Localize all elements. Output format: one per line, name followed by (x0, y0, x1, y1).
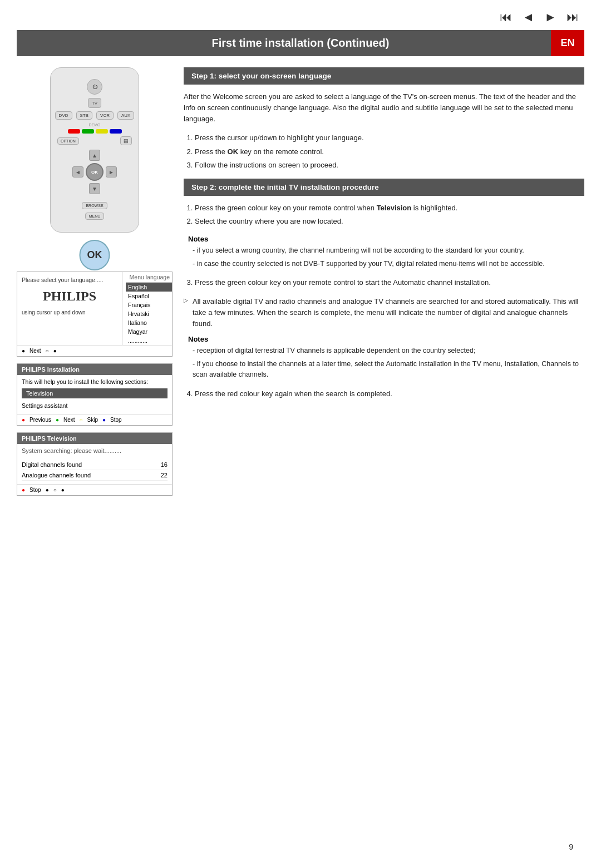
step1-list-item3: Follow the instructions on screen to pro… (195, 160, 584, 171)
dpad-down[interactable]: ▼ (89, 183, 100, 194)
step2-list-item3: Press the green colour key on your remot… (195, 277, 584, 288)
screen2-dot3: ○ (80, 417, 83, 423)
notes1-box: Notes - if you select a wrong country, t… (184, 235, 584, 269)
analogue-channels-value: 22 (161, 472, 168, 479)
lang-english[interactable]: English (126, 283, 172, 292)
step2-list-item4: Press the red colour key again when the … (195, 388, 584, 400)
demo-label: DEMO (57, 123, 132, 127)
step1-body: After the Welcome screen you are asked t… (184, 91, 584, 125)
lang-hrvatski[interactable]: Hrvatski (126, 309, 172, 318)
red-button[interactable] (68, 129, 80, 134)
step2-list3: Press the red colour key again when the … (184, 388, 584, 400)
lang-magyar[interactable]: Magyar (126, 327, 172, 336)
step2-bullet1: All available digital TV and radio chann… (184, 296, 584, 329)
page-header: First time installation (Continued) EN (17, 30, 584, 56)
lang-more: ............ (126, 336, 172, 345)
screen2-dot1: ● (22, 417, 25, 423)
skip-forward-icon[interactable]: ⏭ (566, 10, 579, 24)
screen3-stop-btn[interactable]: Stop (29, 487, 41, 493)
menu-language-header: Menu language (126, 272, 172, 283)
fast-forward-icon[interactable]: ► (544, 10, 556, 24)
notes1-title: Notes (188, 235, 584, 243)
screen1-next-btn[interactable]: Next (29, 348, 41, 354)
television-item[interactable]: Television (22, 388, 168, 398)
analogue-channels-row: Analogue channels found 22 (22, 470, 168, 481)
screen2-footer: ● Previous ● Next ○ Skip ● Stop (17, 414, 172, 425)
screen3-footer: ● Stop ● ○ ● (17, 484, 172, 495)
digital-channels-label: Digital channels found (22, 461, 82, 468)
rewind-icon[interactable]: ◄ (522, 10, 534, 24)
lang-francais[interactable]: Français (126, 300, 172, 309)
blue-button[interactable] (110, 129, 122, 134)
remote-illustration: ⏻ TV DVD STB VCR AUX DEMO (17, 67, 173, 255)
lang-italiano[interactable]: Italiano (126, 318, 172, 327)
notes2-title: Notes (188, 335, 584, 343)
screen2-dot4: ● (102, 417, 106, 423)
screen1-dot3: ● (53, 348, 57, 354)
digital-channels-value: 16 (161, 461, 168, 468)
step2-header: Step 2: complete the initial TV installa… (184, 179, 584, 196)
cursor-instruction: using cursor up and down (22, 309, 117, 315)
television-body: System searching: please wait.......... … (17, 444, 172, 484)
dpad-left[interactable]: ◄ (72, 166, 83, 177)
top-navigation: ⏮ ◄ ► ⏭ (0, 0, 601, 30)
tv-button[interactable]: TV (88, 98, 101, 108)
notes1-item2: - in case the country selected is not DV… (188, 259, 584, 269)
screen2-previous-btn[interactable]: Previous (29, 417, 51, 423)
screen3-dot1: ● (22, 487, 25, 493)
language-screen: Please select your language..... PHILIPS… (17, 272, 173, 357)
notes2-item2: - if you choose to install the channels … (188, 359, 584, 381)
screen2-skip-btn[interactable]: Skip (87, 417, 98, 423)
notes1-item1: - if you select a wrong country, the cha… (188, 245, 584, 256)
screen3-dot3: ○ (53, 487, 57, 493)
step2-list-item2: Select the country where you are now loc… (195, 216, 584, 227)
lang-espanol[interactable]: Español (126, 292, 172, 300)
step1-list: Press the cursor up/down to highlight yo… (184, 132, 584, 170)
language-list-column: Menu language English Español Français H… (122, 272, 172, 345)
left-column: ⏻ TV DVD STB VCR AUX DEMO (17, 67, 173, 502)
aux-button[interactable]: AUX (117, 111, 134, 120)
television-screen: PHILIPS Television System searching: ple… (17, 432, 173, 496)
analogue-channels-label: Analogue channels found (22, 472, 91, 479)
screen2-next-btn[interactable]: Next (63, 417, 75, 423)
installation-header: PHILIPS Installation (17, 364, 172, 375)
digital-channels-row: Digital channels found 16 (22, 460, 168, 470)
option-button[interactable]: OPTION (57, 137, 79, 145)
option-row: OPTION ▤ (57, 136, 132, 145)
subtitle-button[interactable]: ▤ (120, 136, 132, 145)
source-buttons: DVD STB VCR AUX (57, 110, 132, 121)
vcr-button[interactable]: VCR (96, 111, 114, 120)
ok-button[interactable]: OK (86, 163, 104, 181)
power-button[interactable]: ⏻ (87, 79, 102, 95)
select-language-prompt: Please select your language..... (22, 277, 117, 283)
screen1-dot1: ● (22, 348, 25, 354)
notes2-box: Notes - reception of digital terrestrial… (184, 335, 584, 380)
green-button[interactable] (82, 129, 94, 134)
color-buttons (57, 129, 132, 134)
yellow-button[interactable] (96, 129, 108, 134)
screen2-dot2: ● (56, 417, 59, 423)
page-number: 9 (569, 842, 573, 851)
dvd-button[interactable]: DVD (55, 111, 72, 120)
step1-list-item1: Press the cursor up/down to highlight yo… (195, 132, 584, 144)
step2-list: Press the green colour key on your remot… (184, 203, 584, 227)
notes2-item1: - reception of digital terrestrial TV ch… (188, 346, 584, 356)
skip-back-icon[interactable]: ⏮ (500, 10, 512, 24)
browse-button[interactable]: BROWSE (82, 202, 107, 209)
screen2-stop-btn[interactable]: Stop (110, 417, 122, 423)
searching-status: System searching: please wait.......... (22, 447, 168, 454)
philips-logo-screen1: PHILIPS (22, 287, 117, 306)
screen1-dot2: ○ (46, 348, 49, 354)
dpad-right[interactable]: ► (106, 166, 117, 177)
installation-desc: This will help you to install the follow… (22, 378, 168, 385)
page-title: First time installation (Continued) (212, 37, 390, 49)
menu-row: BROWSE MENU (57, 201, 132, 221)
stb-button[interactable]: STB (76, 111, 93, 120)
dpad-up[interactable]: ▲ (89, 150, 100, 161)
step2-list-item1: Press the green colour key on your remot… (195, 203, 584, 214)
screen3-dot4: ● (61, 487, 65, 493)
settings-assistant-item[interactable]: Settings assistant (22, 401, 168, 411)
menu-button[interactable]: MENU (85, 213, 105, 220)
language-list: English Español Français Hrvatski Italia… (126, 283, 172, 345)
screen3-dot2: ● (46, 487, 49, 493)
